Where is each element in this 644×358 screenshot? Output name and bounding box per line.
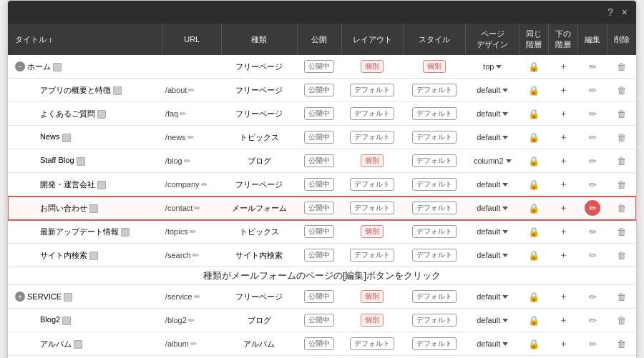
- delete-cell[interactable]: 🗑: [608, 356, 636, 359]
- edit-button[interactable]: ✏: [585, 200, 600, 216]
- delete-cell[interactable]: 🗑: [608, 55, 636, 79]
- below-level-cell[interactable]: ＋: [549, 244, 578, 267]
- below-level-cell[interactable]: ＋: [549, 356, 578, 359]
- chevron-down-icon[interactable]: [502, 295, 508, 299]
- chevron-down-icon[interactable]: [502, 183, 508, 187]
- delete-button[interactable]: 🗑: [614, 312, 630, 328]
- edit-button[interactable]: ✏: [585, 336, 600, 352]
- below-level-cell[interactable]: ＋: [549, 309, 578, 332]
- url-edit-icon[interactable]: ✏: [188, 316, 195, 324]
- chevron-down-icon[interactable]: [502, 136, 508, 139]
- expand-icon[interactable]: +: [15, 292, 25, 302]
- below-level-button[interactable]: ＋: [555, 153, 571, 169]
- same-level-cell[interactable]: 🔒: [519, 149, 549, 173]
- edit-cell[interactable]: ✏: [578, 55, 608, 79]
- edit-cell[interactable]: ✏: [578, 285, 608, 309]
- design-value[interactable]: default: [469, 251, 517, 259]
- delete-button[interactable]: 🗑: [614, 176, 630, 192]
- below-level-button[interactable]: ＋: [555, 129, 571, 145]
- delete-button[interactable]: 🗑: [614, 200, 630, 216]
- edit-button[interactable]: ✏: [585, 312, 600, 328]
- delete-cell[interactable]: 🗑: [608, 220, 636, 244]
- design-cell[interactable]: default: [466, 220, 519, 244]
- below-level-cell[interactable]: ＋: [549, 332, 578, 356]
- design-value[interactable]: default: [469, 316, 517, 324]
- edit-cell[interactable]: ✏: [578, 79, 608, 102]
- design-cell[interactable]: default: [466, 79, 519, 102]
- below-level-cell[interactable]: ＋: [549, 102, 578, 126]
- chevron-down-icon[interactable]: [502, 230, 508, 234]
- help-icon[interactable]: ?: [608, 6, 613, 18]
- edit-button[interactable]: ✏: [585, 82, 600, 98]
- same-level-button[interactable]: 🔒: [526, 224, 542, 239]
- delete-cell[interactable]: 🗑: [608, 126, 636, 149]
- edit-cell[interactable]: ✏: [578, 126, 608, 149]
- design-cell[interactable]: default: [466, 173, 519, 197]
- chevron-down-icon[interactable]: [496, 65, 502, 69]
- delete-cell[interactable]: 🗑: [608, 173, 636, 197]
- same-level-cell[interactable]: 🔒: [519, 55, 549, 79]
- url-edit-icon[interactable]: ✏: [190, 227, 196, 236]
- close-icon[interactable]: ×: [622, 6, 628, 18]
- url-edit-icon[interactable]: ✏: [180, 109, 186, 118]
- below-level-cell[interactable]: ＋: [549, 197, 578, 220]
- url-edit-icon[interactable]: ✏: [192, 251, 199, 259]
- edit-cell[interactable]: ✏: [578, 102, 608, 126]
- below-level-button[interactable]: ＋: [555, 312, 571, 328]
- same-level-cell[interactable]: 🔒: [519, 244, 549, 267]
- same-level-cell[interactable]: 🔒: [519, 79, 549, 102]
- edit-cell[interactable]: ✏: [578, 244, 608, 267]
- chevron-down-icon[interactable]: [502, 342, 508, 346]
- edit-cell[interactable]: ✏: [578, 149, 608, 173]
- same-level-button[interactable]: 🔒: [526, 176, 542, 192]
- same-level-cell[interactable]: 🔒: [519, 356, 549, 359]
- chevron-down-icon[interactable]: [502, 254, 508, 257]
- below-level-cell[interactable]: ＋: [549, 220, 578, 244]
- url-edit-icon[interactable]: ✏: [201, 180, 208, 189]
- same-level-button[interactable]: 🔒: [526, 153, 542, 169]
- same-level-cell[interactable]: 🔒: [519, 309, 549, 332]
- delete-button[interactable]: 🗑: [614, 82, 630, 98]
- same-level-button[interactable]: 🔒: [526, 312, 542, 328]
- below-level-button[interactable]: ＋: [555, 82, 571, 98]
- same-level-cell[interactable]: 🔒: [519, 197, 549, 220]
- url-edit-icon[interactable]: ✏: [194, 292, 200, 301]
- design-cell[interactable]: top: [466, 55, 519, 79]
- chevron-down-icon[interactable]: [502, 207, 508, 210]
- url-edit-icon[interactable]: ✏: [184, 156, 190, 165]
- same-level-cell[interactable]: 🔒: [519, 126, 549, 149]
- design-value[interactable]: default: [469, 180, 517, 189]
- edit-button[interactable]: ✏: [585, 224, 600, 239]
- below-level-cell[interactable]: ＋: [549, 79, 578, 102]
- same-level-button[interactable]: 🔒: [526, 59, 542, 74]
- delete-button[interactable]: 🗑: [614, 59, 630, 74]
- below-level-button[interactable]: ＋: [555, 247, 571, 263]
- url-edit-icon[interactable]: ✏: [188, 86, 195, 94]
- edit-button[interactable]: ✏: [585, 153, 600, 169]
- same-level-cell[interactable]: 🔒: [519, 332, 549, 356]
- same-level-cell[interactable]: 🔒: [519, 220, 549, 244]
- design-value[interactable]: default: [469, 86, 517, 94]
- design-cell[interactable]: default: [466, 102, 519, 126]
- design-value[interactable]: default: [469, 109, 517, 118]
- collapse-icon[interactable]: −: [15, 61, 25, 71]
- edit-cell[interactable]: ✏: [578, 356, 608, 359]
- delete-button[interactable]: 🗑: [614, 153, 630, 169]
- delete-cell[interactable]: 🗑: [608, 197, 636, 220]
- edit-cell[interactable]: ✏: [578, 220, 608, 244]
- below-level-button[interactable]: ＋: [555, 59, 571, 74]
- below-level-button[interactable]: ＋: [555, 289, 571, 304]
- edit-cell[interactable]: ✏: [578, 197, 608, 220]
- delete-cell[interactable]: 🗑: [608, 79, 636, 102]
- same-level-button[interactable]: 🔒: [526, 200, 542, 216]
- design-value[interactable]: column2: [469, 156, 517, 165]
- design-value[interactable]: default: [469, 227, 517, 236]
- edit-cell[interactable]: ✏: [578, 309, 608, 332]
- below-level-cell[interactable]: ＋: [549, 55, 578, 79]
- chevron-down-icon[interactable]: [506, 159, 512, 163]
- below-level-cell[interactable]: ＋: [549, 149, 578, 173]
- delete-cell[interactable]: 🗑: [608, 332, 636, 356]
- chevron-down-icon[interactable]: [502, 319, 508, 322]
- same-level-button[interactable]: 🔒: [526, 106, 542, 121]
- same-level-button[interactable]: 🔒: [526, 336, 542, 352]
